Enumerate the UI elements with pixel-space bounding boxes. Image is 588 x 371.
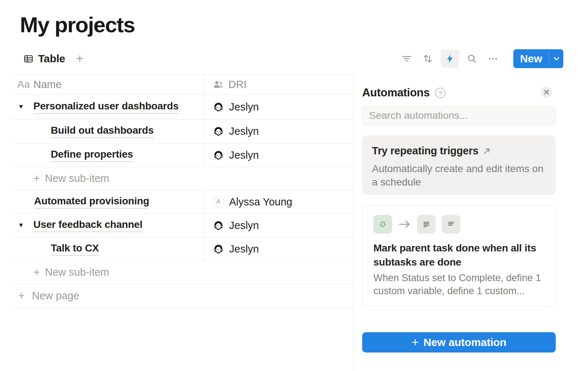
- toggle-expand-icon[interactable]: ▼: [17, 103, 25, 111]
- sort-icon: [422, 53, 433, 64]
- lightning-bolt-icon: [445, 54, 455, 64]
- automations-search-input[interactable]: [362, 106, 556, 125]
- trigger-status-icon: [373, 215, 392, 234]
- automations-panel: Automations ? Try repeating triggers: [354, 74, 588, 371]
- avatar-letter: A: [213, 196, 224, 208]
- avatar: [213, 150, 224, 161]
- person-name: Jeslyn: [229, 149, 259, 161]
- table-header-row: Aa Name DRI: [12, 75, 353, 95]
- arrow-up-right-icon: [483, 147, 491, 155]
- automations-button[interactable]: [441, 50, 459, 68]
- new-sub-item-label: New sub-item: [45, 266, 109, 278]
- column-header-name[interactable]: Aa Name: [12, 75, 205, 94]
- sort-button[interactable]: [420, 51, 436, 67]
- people-icon: [213, 80, 224, 89]
- person-name: Alyssa Young: [229, 196, 292, 208]
- help-icon[interactable]: ?: [435, 87, 446, 99]
- avatar: [213, 220, 224, 231]
- table-row: Automated provisioning A Alyssa Young: [12, 190, 353, 214]
- person-name: Jeslyn: [229, 220, 259, 232]
- toggle-expand-icon[interactable]: ▼: [17, 222, 25, 229]
- chevron-down-icon: [554, 57, 559, 61]
- plus-icon: +: [33, 266, 41, 279]
- automation-description: When Status set to Complete, define 1 cu…: [373, 271, 547, 297]
- person-name: Jeslyn: [229, 125, 259, 137]
- new-automation-label: New automation: [423, 336, 506, 349]
- tab-table-view[interactable]: Table: [23, 51, 65, 67]
- dri-cell[interactable]: A Alyssa Young: [205, 190, 353, 213]
- table-row: Define properties Jeslyn: [12, 143, 353, 167]
- automation-card[interactable]: Mark parent task done when all its subta…: [362, 205, 556, 307]
- new-sub-item-label: New sub-item: [45, 172, 109, 184]
- ellipsis-icon: [488, 54, 498, 64]
- notion-window: My projects Table +: [0, 0, 588, 371]
- new-dropdown-button[interactable]: [549, 49, 563, 68]
- table-row: Build out dashboards Jeslyn: [12, 120, 353, 143]
- new-page-row[interactable]: + New page: [12, 284, 353, 308]
- more-options-button[interactable]: [485, 51, 501, 67]
- page-link[interactable]: Talk to CX: [51, 242, 99, 256]
- add-view-button[interactable]: +: [73, 51, 87, 66]
- repeating-triggers-promo-card[interactable]: Try repeating triggers Automatically cre…: [362, 136, 556, 195]
- promo-description: Automatically create and edit items on a…: [372, 162, 547, 189]
- plus-icon: +: [33, 172, 41, 185]
- new-page-label: New page: [32, 290, 79, 302]
- close-icon: [543, 89, 550, 95]
- new-automation-button[interactable]: + New automation: [362, 332, 556, 353]
- filter-icon: [401, 54, 412, 64]
- column-header-dri[interactable]: DRI: [205, 75, 353, 94]
- table-row: ▼ Personalized user dashboards Jeslyn: [12, 95, 353, 120]
- table-row: ▼ User feedback channel Jeslyn: [12, 214, 353, 237]
- promo-title: Try repeating triggers: [372, 145, 479, 157]
- page-link[interactable]: Define properties: [51, 149, 133, 162]
- plus-icon: +: [411, 336, 419, 348]
- column-dri-label: DRI: [228, 79, 247, 91]
- dri-cell[interactable]: Jeslyn: [205, 143, 353, 167]
- page-link[interactable]: Automated provisioning: [34, 195, 149, 209]
- column-name-label: Name: [33, 79, 61, 91]
- avatar: [213, 126, 224, 137]
- avatar: [213, 243, 224, 255]
- search-icon: [467, 53, 477, 64]
- table-row: Talk to CX Jeslyn: [12, 237, 353, 261]
- dri-cell[interactable]: Jeslyn: [205, 95, 353, 119]
- arrow-right-icon: [398, 220, 411, 229]
- automation-title: Mark parent task done when all its subta…: [373, 241, 547, 269]
- dri-cell[interactable]: Jeslyn: [205, 120, 353, 143]
- plus-icon: +: [17, 289, 25, 303]
- panel-title: Automations: [362, 86, 430, 99]
- new-button-group: New: [513, 49, 563, 68]
- new-sub-item-row[interactable]: + New sub-item: [12, 167, 353, 190]
- page-link[interactable]: Build out dashboards: [51, 125, 154, 138]
- edit-property-icon: [442, 215, 460, 234]
- person-name: Jeslyn: [229, 243, 259, 255]
- page-link[interactable]: User feedback channel: [33, 219, 142, 232]
- svg-text:?: ?: [439, 89, 442, 96]
- text-type-icon: Aa: [17, 79, 30, 90]
- dri-cell[interactable]: Jeslyn: [205, 214, 353, 237]
- page-title: My projects: [20, 12, 135, 37]
- table-view-icon: [23, 54, 34, 64]
- new-button[interactable]: New: [513, 49, 549, 68]
- new-sub-item-row[interactable]: + New sub-item: [12, 261, 353, 284]
- page-link[interactable]: Personalized user dashboards: [33, 100, 179, 114]
- search-button[interactable]: [464, 51, 480, 67]
- filter-button[interactable]: [399, 51, 415, 67]
- database-table: Aa Name DRI ▼ Personalized user dashb: [12, 75, 353, 308]
- dri-cell[interactable]: Jeslyn: [205, 237, 353, 260]
- person-name: Jeslyn: [229, 101, 259, 113]
- close-panel-button[interactable]: [541, 87, 552, 98]
- view-toolbar: New: [399, 49, 563, 68]
- avatar: [213, 101, 224, 113]
- tab-label: Table: [38, 53, 65, 65]
- edit-property-icon: [417, 215, 436, 234]
